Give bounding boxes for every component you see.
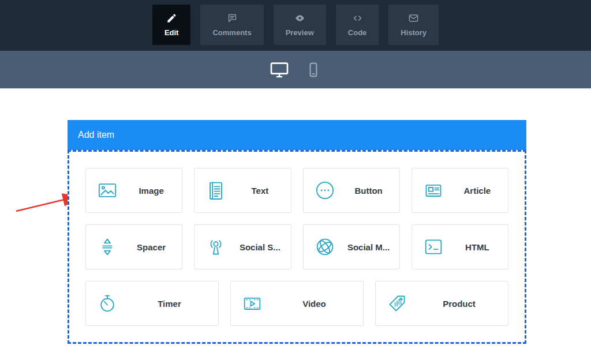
item-label: Video — [265, 299, 363, 309]
history-icon — [408, 13, 419, 24]
add-item-article[interactable]: Article — [412, 168, 508, 213]
image-icon — [94, 179, 121, 202]
item-label: Product — [410, 299, 508, 309]
tab-preview[interactable]: Preview — [274, 5, 326, 45]
html-icon — [420, 235, 447, 258]
video-icon — [239, 292, 265, 315]
item-label: Article — [447, 186, 508, 196]
article-icon — [420, 179, 447, 202]
spacer-icon — [94, 235, 121, 258]
item-label: Spacer — [121, 242, 182, 252]
add-item-timer[interactable]: Timer — [85, 281, 219, 326]
product-icon — [384, 292, 410, 315]
item-label: Social S... — [229, 242, 290, 252]
mobile-icon[interactable] — [306, 62, 321, 77]
tab-label: Comments — [212, 28, 251, 37]
add-item-button[interactable]: Button — [303, 168, 400, 213]
add-item-header: Add item — [68, 120, 526, 150]
item-label: Button — [338, 186, 399, 196]
add-item-grid: Image Text Button — [68, 150, 526, 344]
device-toggle-bar — [0, 51, 591, 89]
desktop-icon[interactable] — [270, 61, 289, 79]
add-item-image[interactable]: Image — [85, 168, 182, 213]
grid-row-3: Timer Video Product — [85, 281, 508, 326]
add-item-title: Add item — [78, 130, 114, 140]
eye-icon — [294, 13, 305, 24]
tab-label: Edit — [164, 28, 179, 37]
item-label: Text — [229, 186, 290, 196]
tab-label: Preview — [286, 28, 314, 37]
add-item-text[interactable]: Text — [194, 168, 291, 213]
item-label: Social M... — [338, 242, 399, 252]
top-toolbar: Edit Comments Preview Code History — [0, 0, 591, 51]
item-label: Timer — [121, 299, 218, 309]
comments-icon — [227, 13, 238, 24]
add-item-social-share[interactable]: Social S... — [194, 224, 291, 269]
pencil-icon — [166, 13, 177, 24]
tab-label: History — [401, 28, 427, 37]
text-icon — [203, 179, 229, 202]
button-icon — [312, 179, 338, 202]
add-item-spacer[interactable]: Spacer — [85, 224, 182, 269]
code-icon — [352, 13, 363, 24]
tab-label: Code — [348, 28, 367, 37]
tab-edit[interactable]: Edit — [152, 5, 191, 45]
social-media-icon — [312, 235, 338, 258]
item-label: Image — [121, 186, 182, 196]
tab-code[interactable]: Code — [336, 5, 379, 45]
add-item-html[interactable]: HTML — [412, 224, 508, 269]
add-item-product[interactable]: Product — [375, 281, 508, 326]
social-share-icon — [203, 235, 229, 258]
editor-canvas: Add item Image Text — [0, 89, 591, 364]
timer-icon — [94, 292, 121, 315]
add-item-panel: Add item Image Text — [68, 120, 526, 344]
add-item-social-media[interactable]: Social M... — [303, 224, 400, 269]
tab-comments[interactable]: Comments — [200, 5, 263, 45]
grid-row-1: Image Text Button — [85, 168, 508, 213]
grid-row-2: Spacer Social S... Social M... — [85, 224, 508, 269]
add-item-video[interactable]: Video — [230, 281, 364, 326]
item-label: HTML — [447, 242, 508, 252]
tab-history[interactable]: History — [388, 5, 439, 45]
